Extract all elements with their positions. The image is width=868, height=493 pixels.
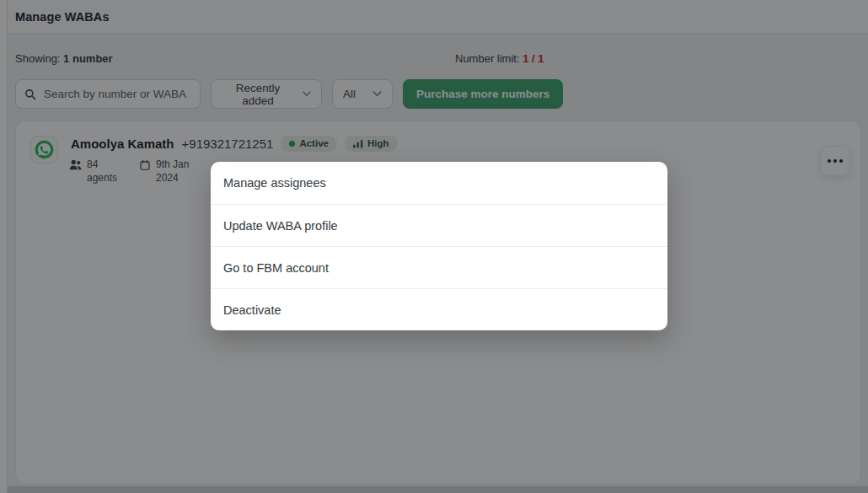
menu-item-update-waba-profile[interactable]: Update WABA profile — [211, 204, 667, 246]
menu-item-manage-assignees[interactable]: Manage assignees — [211, 162, 667, 204]
menu-item-go-to-fbm-account[interactable]: Go to FBM account — [211, 246, 667, 288]
manage-wabas-screen: Manage WABAs Showing: 1 number Number li… — [0, 0, 868, 493]
card-actions-menu: Manage assignees Update WABA profile Go … — [211, 162, 667, 330]
menu-item-deactivate[interactable]: Deactivate — [211, 288, 667, 330]
